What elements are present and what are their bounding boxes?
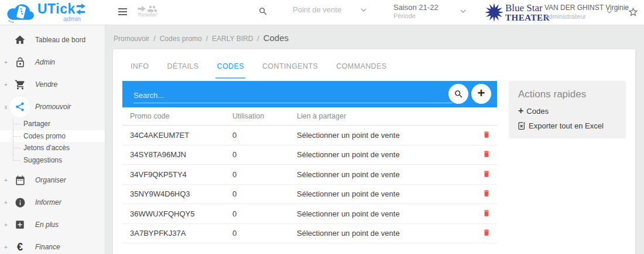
search-input[interactable] xyxy=(133,89,453,103)
delete-button[interactable] xyxy=(481,188,492,199)
menu-toggle-icon[interactable] xyxy=(118,8,127,17)
select-pos-link[interactable]: Sélectionner un point de vente xyxy=(297,189,476,198)
expander-icon[interactable]: x xyxy=(2,104,10,110)
promo-code: 34SY8TA96MJN xyxy=(122,150,232,159)
expander-icon[interactable]: + xyxy=(2,244,10,250)
chevron-down-icon xyxy=(361,8,366,12)
season-label: Période xyxy=(393,12,439,19)
codes-card: INFO DÉTAILS CODES CONTINGENTS COMMANDES… xyxy=(113,49,635,254)
sidebar: Tableau de bord + Admin + Vendre x Promo… xyxy=(0,25,105,254)
sidebar-item-organiser[interactable]: + Organiser xyxy=(0,169,105,191)
search-bar: + xyxy=(122,81,497,107)
promo-code: 34C4AKEUM7ET xyxy=(122,131,232,140)
tab-commandes[interactable]: COMMANDES xyxy=(335,61,388,79)
organization-name-line1: Blue Star xyxy=(505,3,550,13)
sidebar-item-promouvoir[interactable]: x Promouvoir xyxy=(0,96,105,118)
starburst-icon xyxy=(484,2,504,22)
home-icon xyxy=(13,33,27,47)
breadcrumb-codes-promo[interactable]: Codes promo xyxy=(160,35,202,43)
search-icon[interactable] xyxy=(258,6,268,16)
sidebar-item-jetons-dacces[interactable]: Jetons d'accès xyxy=(0,142,105,154)
tab-codes[interactable]: CODES xyxy=(215,61,245,79)
logo-title: UTick xyxy=(37,2,76,16)
utilisation-count: 0 xyxy=(232,131,297,140)
excel-icon xyxy=(518,122,526,130)
user-name: VAN DER GHINST Virginie xyxy=(544,4,629,12)
chevron-down-icon[interactable] xyxy=(607,10,612,13)
lock-open-icon xyxy=(13,55,27,69)
quick-action-add-codes[interactable]: + Codes xyxy=(518,106,616,116)
utilisation-count: 0 xyxy=(232,209,297,218)
sidebar-item-finance[interactable]: + € Finance xyxy=(0,236,105,254)
plus-icon: + xyxy=(478,87,485,100)
sidebar-item-informer[interactable]: + Informer xyxy=(0,191,105,214)
logo-subtitle: admin xyxy=(63,16,85,22)
quick-actions-panel: Actions rapides + Codes Exporter tout en… xyxy=(509,81,626,138)
breadcrumb-early-bird[interactable]: EARLY BIRD xyxy=(212,35,253,43)
add-code-button[interactable]: + xyxy=(471,84,491,104)
point-of-sale-placeholder: Point de vente xyxy=(293,5,341,14)
breadcrumb-promouvoir[interactable]: Promouvoir xyxy=(114,35,149,43)
point-of-sale-dropdown[interactable]: Point de vente xyxy=(293,5,366,14)
sidebar-item-partager[interactable]: Partager xyxy=(0,118,105,130)
sidebar-item-label: Vendre xyxy=(35,80,57,89)
expander-icon[interactable]: + xyxy=(2,59,10,66)
delete-button[interactable] xyxy=(481,148,492,160)
sidebar-item-tableau-de-bord[interactable]: Tableau de bord xyxy=(0,29,105,51)
tab-contingents[interactable]: CONTINGENTS xyxy=(261,61,319,79)
breadcrumb: Promouvoir / Codes promo / EARLY BIRD / … xyxy=(105,25,644,43)
table-row: 36WWUXFQHQY5 0 Sélectionner un point de … xyxy=(122,204,497,224)
expander-icon[interactable]: + xyxy=(2,199,10,206)
sidebar-item-codes-promo[interactable]: Codes promo xyxy=(0,130,105,143)
favorite-star-icon[interactable] xyxy=(628,6,639,18)
sidebar-item-label: Tableau de bord xyxy=(35,36,85,44)
app-logo[interactable]: UTick admin xyxy=(6,1,85,23)
trash-icon xyxy=(482,170,491,178)
season-value: Saison 21-22 xyxy=(393,3,439,12)
promo-code: 36WWUXFQHQY5 xyxy=(122,209,232,218)
organization-logo: Blue Star THEATER xyxy=(484,2,550,22)
delete-button[interactable] xyxy=(481,227,492,238)
delete-button[interactable] xyxy=(481,208,492,219)
select-pos-link[interactable]: Sélectionner un point de vente xyxy=(297,150,476,159)
quick-action-export-excel[interactable]: Exporter tout en Excel xyxy=(518,121,616,130)
sidebar-item-suggestions[interactable]: Suggestions xyxy=(0,154,105,167)
main-content: Promouvoir / Codes promo / EARLY BIRD / … xyxy=(105,25,644,254)
search-submit-button[interactable] xyxy=(448,84,468,104)
cart-icon xyxy=(13,77,27,92)
user-menu[interactable]: VAN DER GHINST Virginie Administrateur xyxy=(544,4,629,20)
euro-icon: € xyxy=(13,240,27,254)
plus-icon: + xyxy=(518,106,523,116)
trash-icon xyxy=(482,228,491,237)
delete-button[interactable] xyxy=(481,168,492,180)
expander-icon[interactable]: + xyxy=(2,82,10,88)
tab-details[interactable]: DÉTAILS xyxy=(166,61,200,79)
sidebar-item-label: Promouvoir xyxy=(35,103,71,111)
expander-icon[interactable]: + xyxy=(2,222,10,228)
delete-button[interactable] xyxy=(481,129,492,140)
sidebar-item-label: Finance xyxy=(35,243,60,251)
sidebar-item-admin[interactable]: + Admin xyxy=(0,51,105,73)
sidebar-item-label: En plus xyxy=(35,221,59,229)
select-pos-link[interactable]: Sélectionner un point de vente xyxy=(297,131,476,140)
sidebar-item-en-plus[interactable]: + En plus xyxy=(0,214,105,236)
sidebar-item-label: Admin xyxy=(35,58,55,66)
sidebar-item-vendre[interactable]: + Vendre xyxy=(0,73,105,96)
select-pos-link[interactable]: Sélectionner un point de vente xyxy=(297,209,476,218)
table-header: Promo code Utilisation Lien à partager xyxy=(122,107,497,126)
season-dropdown[interactable]: Saison 21-22 Période xyxy=(393,3,466,19)
expander-icon[interactable]: + xyxy=(2,177,10,184)
utilisation-count: 0 xyxy=(232,189,297,198)
plus-square-icon xyxy=(13,218,27,232)
select-pos-link[interactable]: Sélectionner un point de vente xyxy=(297,229,476,238)
utilisation-count: 0 xyxy=(232,170,297,179)
organization-name-line2: THEATER xyxy=(505,13,550,22)
reseller-button[interactable]: Reseller xyxy=(133,2,162,18)
breadcrumb-current: Codes xyxy=(263,33,289,43)
select-pos-link[interactable]: Sélectionner un point de vente xyxy=(297,170,476,179)
column-header-lien: Lien à partager xyxy=(297,112,476,120)
tab-info[interactable]: INFO xyxy=(129,61,150,79)
tab-bar: INFO DÉTAILS CODES CONTINGENTS COMMANDES xyxy=(113,61,635,79)
utilisation-count: 0 xyxy=(232,150,297,159)
top-bar: UTick admin Reseller Point de vente Sais… xyxy=(0,0,644,25)
